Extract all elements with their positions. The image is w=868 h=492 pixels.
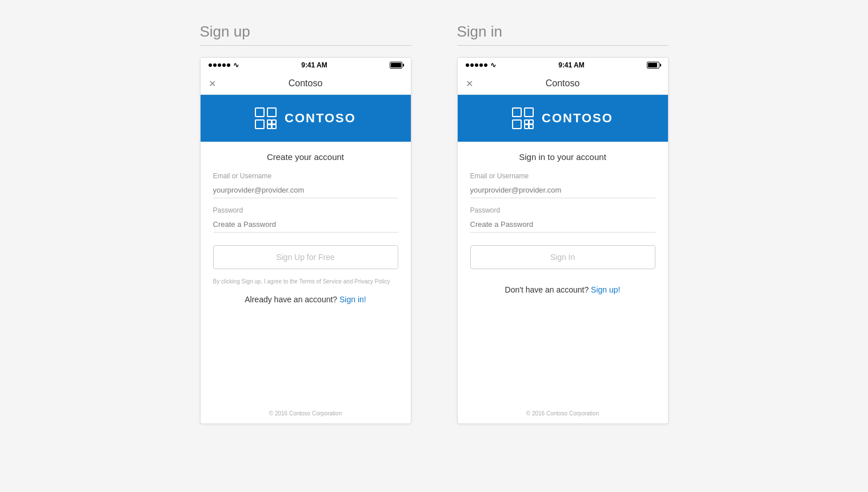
signin-app-name: CONTOSO	[542, 111, 613, 126]
signin-panel: Sign in ∿ 9:41 AM	[457, 23, 669, 424]
signup-app-header: CONTOSO	[201, 95, 411, 142]
signup-nav-bar: ✕ Contoso	[201, 73, 411, 95]
signin-status-right	[647, 62, 659, 69]
svg-rect-0	[255, 108, 264, 117]
svg-rect-6	[272, 125, 276, 129]
svg-rect-10	[525, 120, 529, 124]
signup-password-label: Password	[213, 206, 398, 214]
signin-password-group: Password	[470, 206, 655, 233]
svg-rect-11	[529, 120, 533, 124]
signup-email-input[interactable]	[213, 182, 398, 198]
signin-password-input[interactable]	[470, 217, 655, 233]
svg-rect-12	[525, 125, 529, 129]
signup-panel: Sign up ∿ 9:41 AM	[200, 23, 411, 424]
signup-password-group: Password	[213, 206, 398, 233]
dot5	[227, 63, 230, 67]
signin-bottom-link: Don't have an account? Sign up!	[470, 285, 655, 294]
svg-rect-5	[267, 125, 271, 129]
signup-battery-icon	[390, 62, 402, 69]
signup-signin-link[interactable]: Sign in!	[339, 295, 366, 304]
dot2	[213, 63, 217, 67]
signup-logo-icon	[255, 107, 277, 129]
signup-terms-text: By clicking Sign up, I agree to the Term…	[213, 277, 398, 286]
signin-email-label: Email or Username	[470, 172, 655, 180]
signin-logo-icon	[512, 107, 534, 129]
dot3	[475, 63, 478, 67]
signup-email-group: Email or Username	[213, 172, 398, 198]
dot4	[222, 63, 226, 67]
svg-rect-4	[272, 120, 276, 124]
dot1	[209, 63, 212, 67]
signup-status-time: 9:41 AM	[301, 61, 327, 69]
signin-signup-link[interactable]: Sign up!	[591, 285, 620, 294]
signup-status-left: ∿	[209, 61, 239, 69]
signup-status-right	[390, 62, 402, 69]
signin-phone-frame: ∿ 9:41 AM ✕ Contoso	[457, 57, 669, 424]
signup-email-label: Email or Username	[213, 172, 398, 180]
signin-email-input[interactable]	[470, 182, 655, 198]
svg-rect-1	[255, 120, 264, 129]
svg-rect-8	[513, 120, 521, 129]
signin-signal	[466, 63, 487, 67]
signin-status-bar: ∿ 9:41 AM	[458, 58, 668, 73]
signin-nav-bar: ✕ Contoso	[458, 73, 668, 95]
signin-form-area: Sign in to your account Email or Usernam…	[458, 142, 668, 307]
signin-panel-title: Sign in	[457, 23, 669, 46]
signup-footer: © 2016 Contoso Corporation	[201, 403, 411, 423]
signin-close-icon[interactable]: ✕	[466, 78, 473, 89]
signin-footer: © 2016 Contoso Corporation	[458, 403, 668, 423]
signup-panel-title: Sign up	[200, 23, 411, 46]
svg-rect-13	[529, 125, 533, 129]
dot2	[470, 63, 474, 67]
signin-status-left: ∿	[466, 61, 496, 69]
signin-password-label: Password	[470, 206, 655, 214]
signin-button[interactable]: Sign In	[470, 245, 655, 269]
signup-button[interactable]: Sign Up for Free	[213, 245, 398, 269]
signup-password-input[interactable]	[213, 217, 398, 233]
signin-wifi-icon: ∿	[490, 61, 496, 69]
dot5	[484, 63, 487, 67]
signin-form-heading: Sign in to your account	[470, 152, 655, 162]
signin-spacer	[458, 307, 668, 403]
signin-email-group: Email or Username	[470, 172, 655, 198]
signup-signal	[209, 63, 230, 67]
signin-app-header: CONTOSO	[458, 95, 668, 142]
signup-battery-fill	[391, 63, 401, 67]
svg-rect-9	[525, 108, 533, 117]
dot3	[218, 63, 221, 67]
signin-battery-fill	[648, 63, 657, 67]
dot1	[466, 63, 469, 67]
signup-app-name: CONTOSO	[285, 111, 356, 126]
dot4	[479, 63, 483, 67]
svg-rect-7	[513, 108, 521, 117]
signup-wifi-icon: ∿	[233, 61, 239, 69]
signup-bottom-link: Already have an account? Sign in!	[213, 295, 398, 304]
signin-battery-icon	[647, 62, 659, 69]
signup-bottom-text: Already have an account?	[245, 295, 337, 304]
signin-bottom-text: Don't have an account?	[505, 285, 589, 294]
svg-rect-3	[267, 120, 271, 124]
svg-rect-2	[267, 108, 276, 117]
signup-phone-frame: ∿ 9:41 AM ✕ Contoso	[200, 57, 411, 424]
signup-spacer	[201, 317, 411, 403]
signup-nav-title: Contoso	[289, 78, 323, 89]
signup-status-bar: ∿ 9:41 AM	[201, 58, 411, 73]
signin-status-time: 9:41 AM	[558, 61, 585, 69]
signup-close-icon[interactable]: ✕	[209, 78, 216, 89]
signup-form-area: Create your account Email or Username Pa…	[201, 142, 411, 317]
signin-nav-title: Contoso	[546, 78, 580, 89]
signup-form-heading: Create your account	[213, 152, 398, 162]
